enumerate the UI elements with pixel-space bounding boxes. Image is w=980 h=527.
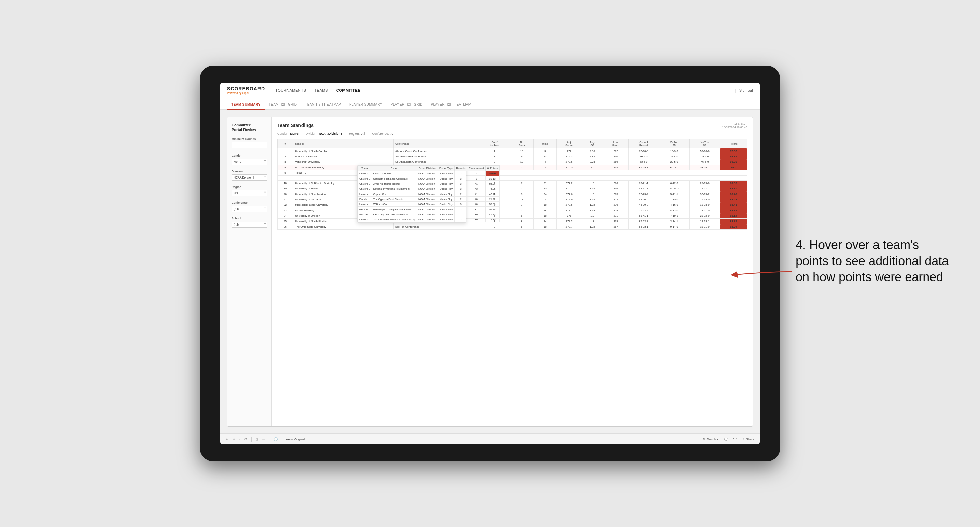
col-conf-no-tour: ConfNo Tour: [479, 139, 510, 148]
cell-points[interactable]: 90.30: [720, 159, 747, 165]
table-row[interactable]: 25 University of North Florida ASUN Conf…: [278, 219, 747, 224]
table-row[interactable]: 4 Arizona State University Pac-12 Confer…: [278, 165, 747, 170]
cell-avg-sg: 1.3: [582, 213, 603, 219]
cell-points[interactable]: 88.49: [720, 192, 747, 197]
cell-vs50: 25-19-0: [689, 181, 720, 186]
table-row[interactable]: 2 Auburn University Southeastern Confere…: [278, 154, 747, 159]
cell-points[interactable]: 88.43: [720, 197, 747, 202]
table-row[interactable]: 19 University of Texas Big 12 Conference…: [278, 186, 747, 192]
cell-avg-sg: 2.73: [582, 159, 603, 165]
comment-button[interactable]: 💬: [724, 438, 728, 441]
nav-tournaments[interactable]: TOURNAMENTS: [275, 84, 306, 97]
sidebar-gender: Gender Men's Women's: [232, 154, 267, 165]
cell-points[interactable]: 93.31: [720, 154, 747, 159]
view-label[interactable]: View: Original: [286, 438, 305, 441]
subnav-player-h2h-grid[interactable]: PLAYER H2H GRID: [387, 100, 427, 110]
cell-overall: 87-22-3: [628, 219, 659, 224]
tablet-device: SCOREBOARD Powered by clippi TOURNAMENTS…: [200, 65, 780, 462]
tooltip-cell-type: Stroke Play: [438, 217, 455, 222]
tooltip-cell-points: 42.73: [485, 192, 500, 197]
table-row[interactable]: 24 University of Oregon Pac-12 Conferenc…: [278, 213, 747, 219]
subnav-player-h2h-heatmap[interactable]: PLAYER H2H HEATMAP: [426, 100, 475, 110]
cell-avg-sg: 1.45: [582, 197, 603, 202]
standings-table: # School Conference ConfNo Tour NoRnds W…: [277, 139, 747, 230]
toolbar-sep-3: [282, 437, 282, 442]
fullscreen-button[interactable]: ⛶: [733, 438, 737, 441]
cell-points[interactable]: 88.70: [720, 186, 747, 192]
col-overall: OverallRecord: [628, 139, 659, 148]
table-row[interactable]: 20 University of New Mexico Mountain Wes…: [278, 192, 747, 197]
table-row[interactable]: 3 Vanderbilt University Southeastern Con…: [278, 159, 747, 165]
tooltip-cell-type: Stroke Play: [438, 202, 455, 207]
tooltip-cell-points: 56.66: [485, 202, 500, 207]
more-button[interactable]: ···: [262, 437, 265, 441]
table-row[interactable]: 18 University of California, Berkeley Pa…: [278, 181, 747, 186]
cell-overall: 86-4-0: [628, 154, 659, 159]
cell-rank: 23: [278, 208, 293, 213]
cell-school: University of North Carolina: [293, 148, 394, 154]
table-row[interactable]: 5 Texas T... ...: [278, 170, 747, 176]
tooltip-cell-type: Stroke Play: [438, 212, 455, 217]
table-row[interactable]: 23 Duke University Atlantic Coast Confer…: [278, 208, 747, 213]
annotation-arrow: [724, 262, 799, 282]
table-ellipsis-row: ...: [278, 176, 747, 181]
tooltip-cell-event: Catol Collegiate: [372, 171, 417, 176]
school-select[interactable]: (All): [232, 222, 267, 228]
cell-rank: 4: [278, 165, 293, 170]
copy-button[interactable]: ⎘: [256, 437, 258, 441]
division-label: Division: [232, 170, 267, 173]
refresh-button[interactable]: ⟳: [245, 437, 247, 441]
conference-select[interactable]: (All): [232, 206, 267, 212]
subnav-team-summary[interactable]: TEAM SUMMARY: [227, 100, 265, 110]
cell-wins: 24: [534, 219, 557, 224]
cell-conference: Big Ten Conference: [394, 224, 479, 230]
cell-vs25: 3-14-1: [659, 219, 690, 224]
subnav-team-h2h-heatmap[interactable]: TEAM H2H HEATMAP: [301, 100, 345, 110]
cell-vs50: 46-5-0: [689, 159, 720, 165]
subnav-team-h2h-grid[interactable]: TEAM H2H GRID: [265, 100, 301, 110]
sign-out-link[interactable]: Sign out: [739, 88, 753, 92]
cell-adj-score: 275.5: [557, 165, 582, 170]
app-frame: Committee Portal Review Minimum Rounds G…: [227, 117, 753, 427]
undo-button[interactable]: ↩: [226, 437, 228, 441]
nav-teams[interactable]: TEAMS: [314, 84, 328, 97]
cell-avg-sg: 1.45: [582, 186, 603, 192]
cell-avg-sg: 2.5: [582, 165, 603, 170]
gender-select[interactable]: Men's Women's: [232, 159, 267, 165]
cell-vs25: 4-13-0: [659, 208, 690, 213]
region-select-wrapper: N/A: [232, 190, 267, 196]
cell-points[interactable]: 83.94: [720, 224, 747, 230]
region-select[interactable]: N/A: [232, 190, 267, 196]
table-row[interactable]: 22 Mississippi State University Southeas…: [278, 202, 747, 208]
table-row[interactable]: 21 University of Alabama Southeastern Co…: [278, 197, 747, 202]
cell-vs25: 33-19-1: [659, 165, 690, 170]
tooltip-cell-rank-impact: -1: [467, 176, 485, 181]
table-row[interactable]: 1 University of North Carolina Atlantic …: [278, 148, 747, 154]
min-rounds-input[interactable]: [232, 142, 267, 148]
cell-points[interactable]: 79.5: [720, 165, 747, 170]
cell-no-rnds: 6: [510, 213, 534, 219]
cell-points[interactable]: 97.02: [720, 148, 747, 154]
tooltip-row: Univers... National Invitational Tournam…: [358, 186, 500, 192]
nav-committee[interactable]: COMMITTEE: [336, 84, 361, 97]
tooltip-cell-team: East Ten: [358, 212, 372, 217]
watch-button[interactable]: 👁 Watch ▾: [703, 438, 719, 441]
tooltip-cell-rank-impact: -1: [467, 171, 485, 176]
col-wins: Wins: [534, 139, 557, 148]
cell-points[interactable]: 83.41: [720, 202, 747, 208]
cell-points[interactable]: 88.71: [720, 208, 747, 213]
cell-points[interactable]: 83.07: [720, 181, 747, 186]
cell-points[interactable]: 83.89: [720, 219, 747, 224]
school-label: School: [232, 217, 267, 220]
cell-points[interactable]: 88.14: [720, 213, 747, 219]
tooltip-row: Florida I The Cypress Point Classic NCAA…: [358, 197, 500, 202]
cell-low-score: 266: [603, 186, 628, 192]
table-row[interactable]: 26 The Ohio State University Big Ten Con…: [278, 224, 747, 230]
subnav-player-summary[interactable]: PLAYER SUMMARY: [345, 100, 387, 110]
tooltip-cell-division: NCAA Division I: [417, 212, 438, 217]
back-button[interactable]: ‹: [239, 437, 240, 441]
share-button[interactable]: ↗ Share: [742, 438, 754, 441]
division-select[interactable]: NCAA Division I: [232, 175, 267, 181]
redo-button[interactable]: ↪: [232, 437, 235, 441]
tooltip-cell-division: NCAA Division I: [417, 207, 438, 212]
